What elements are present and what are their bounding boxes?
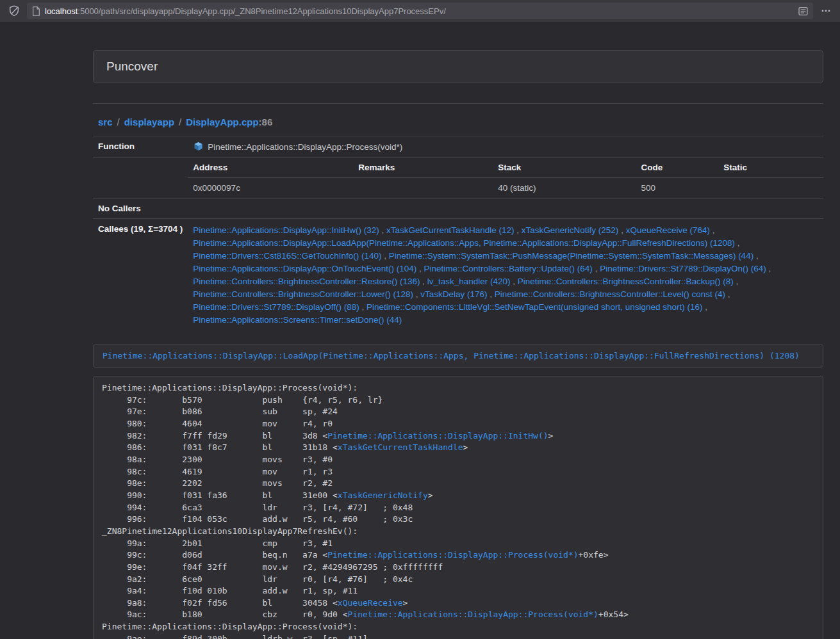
callee-separator: ,	[515, 225, 522, 235]
callees-label: Callees (19, Σ=3704 )	[93, 219, 188, 332]
callee-link[interactable]: Pinetime::Drivers::Cst816S::GetTouchInfo…	[193, 251, 381, 261]
url-bar[interactable]: localhost:5000/path/src/displayapp/Displ…	[27, 3, 813, 19]
breadcrumb: src/displayapp/DisplayApp.cpp:86	[98, 117, 823, 127]
page-icon	[32, 6, 40, 16]
code-size-value: 500	[636, 178, 718, 198]
metrics-row: Address Remarks Stack Code Static 0x0000…	[93, 158, 823, 198]
highlighted-symbol-link[interactable]: Pinetime::Applications::DisplayApp::Load…	[103, 351, 800, 360]
disassembly-code: Pinetime::Applications::DisplayApp::Proc…	[93, 376, 823, 639]
callee-link[interactable]: Pinetime::Components::LittleVgl::SetNewT…	[366, 302, 703, 312]
column-header-code: Code	[636, 158, 718, 178]
breadcrumb-link-displayapp[interactable]: displayapp	[124, 117, 174, 127]
tracking-protection-button[interactable]	[4, 2, 24, 20]
browser-toolbar: localhost:5000/path/src/displayapp/Displ…	[0, 0, 840, 22]
breadcrumb-link-file[interactable]: DisplayApp.cpp	[186, 117, 258, 127]
callee-separator: ,	[359, 302, 366, 312]
callee-separator: ,	[754, 251, 759, 261]
callers-row: No Callers	[93, 198, 823, 219]
callees-row: Callees (19, Σ=3704 ) Pinetime::Applicat…	[93, 219, 823, 332]
callee-link[interactable]: Pinetime::System::SystemTask::PushMessag…	[389, 251, 754, 261]
reader-mode-button[interactable]	[798, 6, 808, 16]
breadcrumb-separator: /	[117, 117, 120, 127]
callee-link[interactable]: Pinetime::Controllers::BrightnessControl…	[495, 289, 725, 299]
callee-separator: ,	[593, 264, 600, 273]
reader-mode-icon	[798, 6, 808, 16]
callee-separator: ,	[488, 289, 495, 299]
shield-icon	[8, 5, 20, 17]
callee-link[interactable]: xQueueReceive (764)	[626, 225, 710, 235]
callee-link[interactable]: Pinetime::Applications::Screens::Timer::…	[193, 315, 402, 325]
remarks-value	[353, 178, 493, 198]
callee-separator: ,	[379, 225, 386, 235]
callee-link[interactable]: Pinetime::Applications::DisplayApp::Load…	[193, 238, 735, 248]
code-symbol-link[interactable]: Pinetime::Applications::DisplayApp::Proc…	[348, 610, 598, 619]
code-symbol-link[interactable]: xTaskGenericNotify	[338, 490, 428, 500]
callee-separator: ,	[734, 277, 739, 286]
callee-link[interactable]: Pinetime::Drivers::St7789::DisplayOn() (…	[600, 264, 766, 273]
callee-separator: ,	[766, 264, 771, 273]
breadcrumb-link-src[interactable]: src	[98, 117, 113, 127]
column-header-static: Static	[718, 158, 823, 178]
function-row: Function Pinetime::Applications::Display…	[93, 136, 823, 158]
callee-separator: ,	[413, 289, 420, 299]
code-symbol-link[interactable]: xQueueReceive	[338, 598, 403, 608]
function-icon	[193, 142, 204, 152]
more-options-button[interactable]	[816, 2, 836, 20]
function-row-label: Function	[93, 136, 188, 158]
url-host: localhost	[45, 6, 78, 16]
symbol-table: Function Pinetime::Applications::Display…	[93, 136, 823, 332]
callee-separator: ,	[511, 277, 518, 286]
code-symbol-link[interactable]: xTaskGetCurrentTaskHandle	[338, 442, 463, 452]
callee-link[interactable]: Pinetime::Controllers::Battery::Update()…	[424, 264, 593, 273]
metrics-values-row: 0x0000097c 40 (static) 500	[188, 178, 823, 198]
callee-separator: ,	[725, 289, 730, 299]
url-path: :5000/path/src/displayapp/DisplayApp.cpp…	[78, 6, 446, 16]
stack-value: 40 (static)	[493, 178, 636, 198]
callee-separator: ,	[420, 277, 427, 286]
breadcrumb-separator: /	[179, 117, 181, 127]
callee-link[interactable]: Pinetime::Controllers::BrightnessControl…	[193, 289, 413, 299]
callee-link[interactable]: Pinetime::Applications::DisplayApp::OnTo…	[193, 264, 416, 273]
callee-separator: ,	[710, 225, 715, 235]
navbar-brand[interactable]: Puncover	[106, 60, 158, 74]
callee-link[interactable]: xTaskGetCurrentTaskHandle (12)	[386, 225, 515, 235]
callee-separator: ,	[702, 302, 707, 312]
metrics-table: Address Remarks Stack Code Static 0x0000…	[188, 158, 823, 198]
source-line-number: :86	[259, 117, 273, 127]
column-header-address: Address	[188, 158, 353, 178]
url-text: localhost:5000/path/src/displayapp/Displ…	[45, 6, 798, 16]
more-options-icon	[821, 6, 831, 16]
column-header-stack: Stack	[493, 158, 636, 178]
column-header-remarks: Remarks	[353, 158, 493, 178]
callee-link[interactable]: lv_task_handler (420)	[427, 277, 511, 286]
highlighted-symbol-box: Pinetime::Applications::DisplayApp::Load…	[93, 344, 823, 368]
code-symbol-link[interactable]: Pinetime::Applications::DisplayApp::Init…	[327, 431, 548, 441]
callee-link[interactable]: xTaskGenericNotify (252)	[522, 225, 619, 235]
callee-link[interactable]: vTaskDelay (176)	[420, 289, 487, 299]
callee-separator: ,	[618, 225, 625, 235]
app-navbar: Puncover	[93, 50, 823, 83]
callee-link[interactable]: Pinetime::Applications::DisplayApp::Init…	[193, 225, 379, 235]
divider	[93, 103, 823, 104]
callee-separator: ,	[735, 238, 740, 248]
callees-list: Pinetime::Applications::DisplayApp::Init…	[188, 219, 823, 332]
callee-separator: ,	[416, 264, 424, 273]
no-callers-label: No Callers	[93, 198, 188, 219]
function-name: Pinetime::Applications::DisplayApp::Proc…	[208, 142, 402, 152]
callee-separator: ,	[381, 251, 388, 261]
callee-link[interactable]: Pinetime::Controllers::BrightnessControl…	[193, 277, 420, 286]
callee-link[interactable]: Pinetime::Drivers::St7789::DisplayOff() …	[193, 302, 359, 312]
static-value	[718, 178, 823, 198]
code-symbol-link[interactable]: Pinetime::Applications::DisplayApp::Proc…	[327, 550, 578, 560]
callee-link[interactable]: Pinetime::Controllers::BrightnessControl…	[518, 277, 734, 286]
address-value: 0x0000097c	[188, 178, 353, 198]
